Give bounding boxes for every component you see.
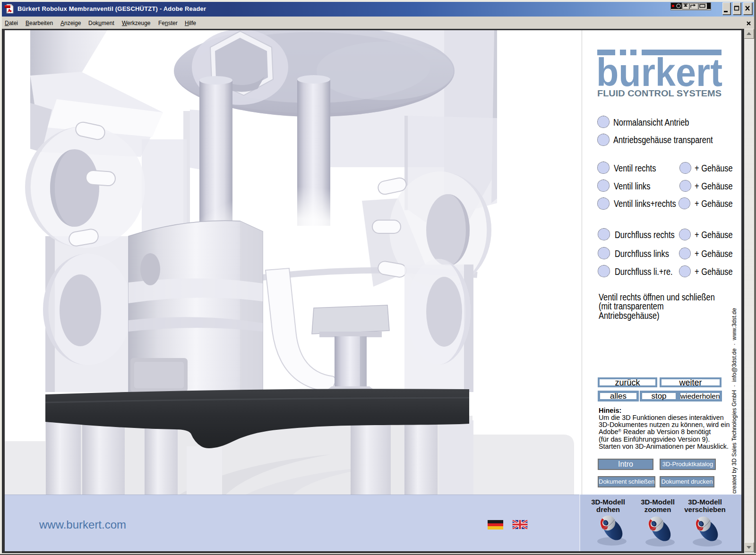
svg-text:FLUID CONTROL SYSTEMS: FLUID CONTROL SYSTEMS xyxy=(597,89,722,98)
